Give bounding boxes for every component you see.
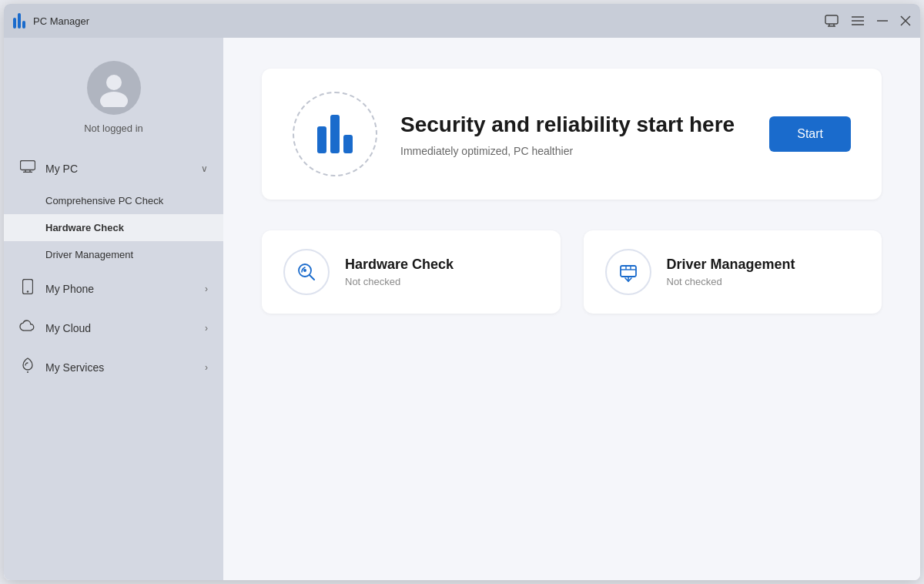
logo-bar-1	[13, 18, 16, 29]
hero-bar-1	[317, 126, 326, 153]
driver-management-card[interactable]: Driver Management Not checked	[584, 230, 882, 314]
comprehensive-label: Comprehensive PC Check	[45, 195, 163, 206]
svg-point-17	[27, 290, 28, 292]
svg-rect-12	[21, 161, 35, 170]
start-button[interactable]: Start	[769, 116, 851, 152]
title-bar-controls	[825, 14, 911, 28]
svg-point-10	[106, 75, 122, 90]
my-phone-icon	[19, 279, 36, 298]
device-icon[interactable]	[825, 14, 839, 28]
my-pc-chevron: ∨	[201, 163, 208, 174]
right-panel: Security and reliability start here Imme…	[223, 38, 920, 580]
logo-bar-3	[22, 21, 25, 29]
logo-bar-2	[18, 13, 21, 29]
my-cloud-label: My Cloud	[45, 322, 196, 334]
hero-logo-bars-icon	[317, 115, 353, 153]
close-button[interactable]	[900, 15, 911, 26]
my-cloud-icon	[19, 320, 36, 336]
hero-bar-2	[330, 115, 340, 153]
app-title: PC Manager	[33, 15, 89, 27]
minimize-button[interactable]	[877, 20, 888, 22]
svg-point-19	[27, 371, 28, 373]
main-content: Not logged in My PC ∨	[4, 38, 920, 580]
driver-management-title: Driver Management	[667, 257, 795, 273]
my-services-chevron: ›	[205, 362, 208, 373]
user-status: Not logged in	[84, 123, 143, 134]
menu-icon[interactable]	[851, 15, 865, 26]
hero-subtitle: Immediately optimized, PC healthier	[400, 145, 746, 157]
hardware-check-info: Hardware Check Not checked	[345, 257, 454, 287]
hero-title: Security and reliability start here	[400, 111, 746, 139]
sidebar-item-comprehensive[interactable]: Comprehensive PC Check	[4, 187, 223, 214]
svg-point-22	[303, 269, 306, 272]
app-window: PC Manager	[4, 4, 920, 580]
driver-management-info: Driver Management Not checked	[667, 257, 795, 287]
title-bar-left: PC Manager	[13, 13, 89, 29]
svg-line-21	[310, 275, 314, 280]
sidebar-item-my-cloud[interactable]: My Cloud ›	[4, 309, 223, 347]
driver-management-icon	[605, 249, 651, 295]
my-pc-subnav: Comprehensive PC Check Hardware Check Dr…	[4, 187, 223, 268]
hardware-label: Hardware Check	[45, 222, 124, 233]
avatar	[87, 61, 141, 115]
logo-bars-icon	[13, 13, 25, 29]
my-services-label: My Services	[45, 361, 196, 374]
nav-section: My PC ∨ Comprehensive PC Check Hardware …	[4, 149, 223, 565]
user-section: Not logged in	[4, 38, 223, 149]
svg-rect-23	[621, 266, 636, 277]
hero-bar-3	[343, 135, 353, 153]
sidebar-item-my-services[interactable]: My Services ›	[4, 347, 223, 388]
hardware-check-card[interactable]: Hardware Check Not checked	[262, 230, 561, 314]
svg-point-11	[100, 92, 128, 107]
sidebar-item-hardware[interactable]: Hardware Check	[4, 214, 223, 241]
sidebar-item-my-pc[interactable]: My PC ∨	[4, 149, 223, 187]
hero-section: Security and reliability start here Imme…	[262, 69, 882, 200]
title-bar: PC Manager	[4, 4, 920, 38]
driver-management-status: Not checked	[667, 276, 795, 287]
hero-text: Security and reliability start here Imme…	[400, 111, 746, 157]
my-services-icon	[19, 357, 36, 377]
hardware-check-icon	[283, 249, 330, 295]
my-phone-chevron: ›	[205, 284, 208, 294]
sidebar-item-my-phone[interactable]: My Phone ›	[4, 268, 223, 309]
svg-rect-0	[825, 15, 838, 24]
my-cloud-chevron: ›	[205, 323, 208, 334]
my-phone-label: My Phone	[45, 283, 196, 295]
hero-logo	[293, 92, 377, 176]
sidebar-item-driver[interactable]: Driver Management	[4, 241, 223, 268]
hardware-check-status: Not checked	[345, 276, 454, 287]
sidebar: Not logged in My PC ∨	[4, 38, 223, 580]
my-pc-label: My PC	[45, 163, 192, 175]
avatar-icon	[95, 69, 133, 107]
driver-label: Driver Management	[45, 249, 133, 260]
cards-section: Hardware Check Not checked	[262, 230, 882, 314]
app-logo	[13, 13, 25, 29]
hardware-check-title: Hardware Check	[345, 257, 454, 273]
my-pc-icon	[19, 160, 36, 176]
